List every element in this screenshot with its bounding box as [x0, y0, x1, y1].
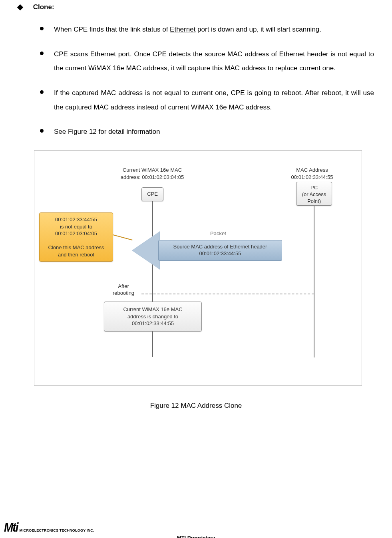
clone-note-callout: 00:01:02:33:44:55 is not equal to 00:01:… — [39, 212, 113, 262]
bullet-item: CPE scans Ethernet port. Once CPE detect… — [18, 47, 374, 75]
pc-mac-label: MAC Address 00:01:02:33:44:55 — [272, 167, 352, 181]
cpe-mac-label: Current WiMAX 16e MAC address: 00:01:02:… — [106, 167, 198, 181]
callout-connector — [113, 234, 133, 240]
page-footer: Mti MICROELECTRONICS TECHNOLOGY INC. MTI… — [0, 521, 392, 538]
text: port. Once CPE detects the source MAC ad… — [116, 50, 279, 58]
text: port is down and up, it will start scann… — [195, 26, 321, 33]
logo-sub: MICROELECTRONICS TECHNOLOGY INC. — [19, 528, 94, 534]
after-reboot-label: After rebooting — [105, 283, 141, 297]
underline-text: Ethernet — [170, 26, 195, 33]
reboot-dashed-line — [141, 294, 314, 294]
underline-text: Ethernet — [90, 50, 116, 58]
footer-center: MTI Proprietary — [0, 535, 392, 538]
text: CPE scans — [54, 50, 90, 58]
bullet-item: If the captured MAC address is not equal… — [18, 86, 374, 114]
bullet-item: See Figure 12 for detail information — [18, 125, 374, 139]
text: If the captured MAC address is not equal… — [54, 89, 374, 111]
pc-box: PC (or Access Point) — [296, 182, 332, 206]
result-mac-box: Current WiMAX 16e MAC address is changed… — [104, 302, 202, 332]
text: See Figure 12 for detail information — [54, 128, 160, 135]
packet-arrow-head-icon — [132, 231, 160, 270]
packet-arrow-body: Source MAC address of Ethernet header 00… — [158, 240, 282, 261]
text: When CPE finds that the link status of — [54, 26, 170, 33]
figure-diagram: Current WiMAX 16e MAC address: 00:01:02:… — [34, 150, 362, 386]
figure-caption: Figure 12 MAC Address Clone — [18, 402, 374, 410]
company-logo: Mti MICROELECTRONICS TECHNOLOGY INC. — [4, 521, 374, 534]
bullet-item: When CPE finds that the link status of E… — [18, 22, 374, 37]
underline-text: Ethernet — [279, 50, 305, 58]
packet-label: Packet — [210, 230, 226, 236]
cpe-box: CPE — [141, 187, 163, 201]
pc-lifeline — [314, 206, 314, 357]
section-title: Clone: — [33, 3, 54, 11]
cpe-lifeline — [152, 201, 153, 357]
section-heading: Clone: — [18, 3, 374, 11]
footer-rule — [96, 531, 374, 531]
bullet-list: When CPE finds that the link status of E… — [18, 22, 374, 139]
diamond-bullet-icon — [17, 4, 24, 11]
logo-main: Mti — [4, 520, 18, 534]
